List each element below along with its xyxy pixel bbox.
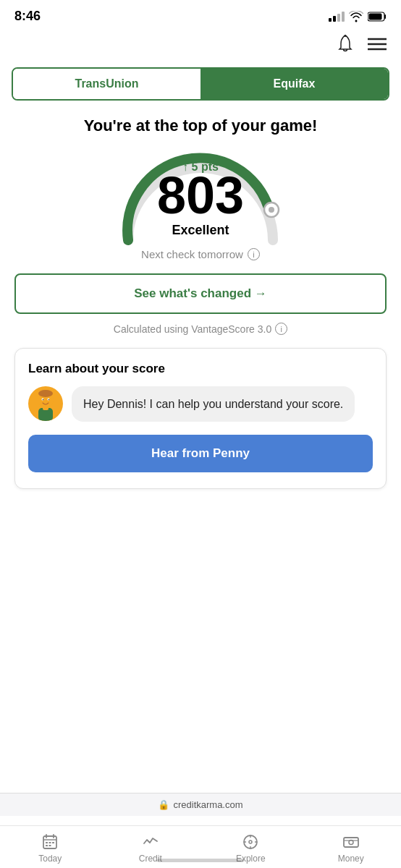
learn-card-title: Learn about your score <box>28 362 373 376</box>
status-time: 8:46 <box>14 9 41 24</box>
svg-point-13 <box>48 399 50 401</box>
nav-item-money[interactable]: Money <box>301 833 402 864</box>
svg-point-2 <box>345 35 347 37</box>
see-changes-button[interactable]: See what's changed → <box>14 273 387 314</box>
penny-avatar <box>28 386 63 421</box>
transunion-tab[interactable]: TransUnion <box>13 69 200 99</box>
notification-bell-icon[interactable] <box>336 34 355 54</box>
svg-point-26 <box>249 841 252 843</box>
status-bar: 8:46 <box>0 0 401 30</box>
svg-point-9 <box>38 390 53 397</box>
vantage-note-text: Calculated using VantageScore 3.0 <box>114 323 271 335</box>
main-content: You're at the top of your game! ↑ 5 pts … <box>0 116 401 489</box>
battery-icon <box>368 12 387 22</box>
url-text: creditkarma.com <box>173 799 242 810</box>
svg-rect-1 <box>369 13 382 20</box>
svg-point-12 <box>43 399 44 401</box>
vantage-note: Calculated using VantageScore 3.0 i <box>14 323 387 335</box>
svg-rect-22 <box>52 842 54 843</box>
score-label: Excellent <box>157 223 244 238</box>
top-nav-bar <box>0 30 401 61</box>
penny-avatar-svg <box>28 386 63 421</box>
score-gauge: ↑ 5 pts 803 Excellent <box>14 142 387 238</box>
svg-rect-20 <box>46 842 48 843</box>
penny-row: Hey Dennis! I can help you understand yo… <box>28 386 373 422</box>
credit-icon <box>142 833 159 851</box>
equifax-tab[interactable]: Equifax <box>200 69 388 99</box>
today-icon <box>41 833 59 851</box>
explore-icon <box>242 833 259 851</box>
learn-card: Learn about your score <box>14 348 387 489</box>
bureau-tabs: TransUnion Equifax <box>12 67 389 101</box>
vantage-info-icon[interactable]: i <box>275 323 287 335</box>
nav-label-today: Today <box>38 854 62 864</box>
penny-bubble: Hey Dennis! I can help you understand yo… <box>72 386 355 422</box>
hamburger-menu-icon[interactable] <box>368 37 387 51</box>
svg-rect-15 <box>43 407 48 410</box>
svg-rect-31 <box>344 838 358 847</box>
wifi-icon <box>349 11 363 22</box>
lock-icon: 🔒 <box>158 799 169 810</box>
headline: You're at the top of your game! <box>14 116 387 135</box>
svg-rect-24 <box>49 845 51 846</box>
svg-point-7 <box>269 207 274 213</box>
score-number: 803 <box>157 169 244 221</box>
home-indicator <box>157 859 244 862</box>
nav-label-money: Money <box>338 854 364 864</box>
address-bar: 🔒 creditkarma.com <box>0 793 401 816</box>
hear-from-penny-button[interactable]: Hear from Penny <box>28 435 373 472</box>
money-icon <box>342 833 360 851</box>
status-icons <box>329 11 387 22</box>
signal-bars-icon <box>329 12 345 22</box>
svg-rect-21 <box>49 842 51 843</box>
svg-rect-23 <box>46 845 48 846</box>
nav-item-today[interactable]: Today <box>0 833 101 864</box>
